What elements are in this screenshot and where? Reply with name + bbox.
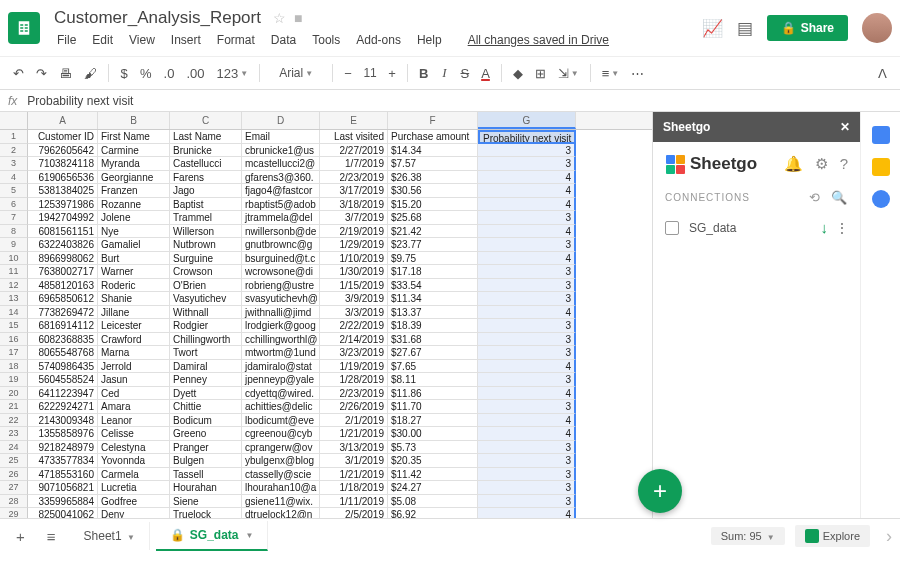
cell[interactable]: Twort — [170, 346, 242, 360]
cell[interactable]: $18.39 — [388, 319, 478, 333]
cell[interactable]: 1942704992 — [28, 211, 98, 225]
save-status[interactable]: All changes saved in Drive — [461, 30, 616, 50]
cell[interactable]: Jago — [170, 184, 242, 198]
col-header-g[interactable]: G — [478, 112, 576, 129]
cell[interactable]: Jillane — [98, 306, 170, 320]
cell[interactable]: mcastellucci2@ — [242, 157, 320, 171]
cell[interactable]: 1355858976 — [28, 427, 98, 441]
cell[interactable]: svasyutichevh@ — [242, 292, 320, 306]
row-header[interactable]: 18 — [0, 360, 28, 374]
cell[interactable]: robrieng@ustre — [242, 279, 320, 293]
cell[interactable]: gsiene11@wix. — [242, 495, 320, 509]
row-header[interactable]: 1 — [0, 130, 28, 144]
cell[interactable]: 3 — [478, 441, 576, 455]
cell[interactable]: Trammel — [170, 211, 242, 225]
cell[interactable]: 1/10/2019 — [320, 252, 388, 266]
cell[interactable]: 9218248979 — [28, 441, 98, 455]
menu-insert[interactable]: Insert — [164, 30, 208, 50]
cell[interactable]: Email — [242, 130, 320, 144]
cell[interactable]: $13.37 — [388, 306, 478, 320]
row-header[interactable]: 3 — [0, 157, 28, 171]
cell[interactable]: 4 — [478, 414, 576, 428]
cell[interactable]: 3/9/2019 — [320, 292, 388, 306]
col-header-a[interactable]: A — [28, 112, 98, 129]
cell[interactable]: Last Name — [170, 130, 242, 144]
cell[interactable]: 1/21/2019 — [320, 427, 388, 441]
cell[interactable]: Crawford — [98, 333, 170, 347]
row-header[interactable]: 26 — [0, 468, 28, 482]
row-header[interactable]: 6 — [0, 198, 28, 212]
cell[interactable]: 4 — [478, 360, 576, 374]
cell[interactable]: 7638002717 — [28, 265, 98, 279]
cell[interactable]: 3 — [478, 333, 576, 347]
cell[interactable]: lhourahan10@a — [242, 481, 320, 495]
cell[interactable]: 1/30/2019 — [320, 265, 388, 279]
cell[interactable]: Amara — [98, 400, 170, 414]
cell[interactable]: jdamiralo@stat — [242, 360, 320, 374]
cell[interactable]: 3/23/2019 — [320, 346, 388, 360]
cell[interactable]: Franzen — [98, 184, 170, 198]
cell[interactable]: 3 — [478, 319, 576, 333]
cell[interactable]: 2/5/2019 — [320, 508, 388, 518]
cell[interactable]: $27.67 — [388, 346, 478, 360]
cell[interactable]: Probability next visit — [478, 130, 576, 144]
row-header[interactable]: 23 — [0, 427, 28, 441]
menu-edit[interactable]: Edit — [85, 30, 120, 50]
row-header[interactable]: 10 — [0, 252, 28, 266]
row-header[interactable]: 15 — [0, 319, 28, 333]
cell[interactable]: 2143009348 — [28, 414, 98, 428]
row-header[interactable]: 16 — [0, 333, 28, 347]
cell[interactable]: Dyett — [170, 387, 242, 401]
cell[interactable]: $14.34 — [388, 144, 478, 158]
row-header[interactable]: 4 — [0, 171, 28, 185]
more-formats-button[interactable]: 123▼ — [211, 62, 253, 85]
activity-icon[interactable]: 📈 — [702, 18, 723, 39]
cell[interactable]: cprangerw@ov — [242, 441, 320, 455]
cell[interactable]: Farens — [170, 171, 242, 185]
strike-button[interactable]: S — [456, 62, 475, 85]
cell[interactable]: $30.00 — [388, 427, 478, 441]
cell[interactable]: 5740986435 — [28, 360, 98, 374]
cell[interactable]: 3 — [478, 495, 576, 509]
cell[interactable]: Crowson — [170, 265, 242, 279]
cell[interactable]: 3 — [478, 454, 576, 468]
row-header[interactable]: 14 — [0, 306, 28, 320]
folder-icon[interactable]: ■ — [294, 10, 302, 26]
cell[interactable]: 3 — [478, 292, 576, 306]
cell[interactable]: Ced — [98, 387, 170, 401]
cell[interactable]: Godfree — [98, 495, 170, 509]
increase-decimal-button[interactable]: .00 — [181, 62, 209, 85]
cell[interactable]: Leanor — [98, 414, 170, 428]
cell[interactable]: Tassell — [170, 468, 242, 482]
row-header[interactable]: 20 — [0, 387, 28, 401]
cell[interactable]: Celestyna — [98, 441, 170, 455]
undo-button[interactable]: ↶ — [8, 62, 29, 85]
row-header[interactable]: 21 — [0, 400, 28, 414]
cell[interactable]: 4 — [478, 184, 576, 198]
cell[interactable]: $31.68 — [388, 333, 478, 347]
cell[interactable]: Warner — [98, 265, 170, 279]
connection-item[interactable]: SG_data ↓ ⋮ — [653, 209, 860, 246]
row-header[interactable]: 7 — [0, 211, 28, 225]
cell[interactable]: Nutbrown — [170, 238, 242, 252]
cell[interactable]: Vasyutichev — [170, 292, 242, 306]
cell[interactable]: Surguine — [170, 252, 242, 266]
cell[interactable]: $11.34 — [388, 292, 478, 306]
gear-icon[interactable]: ⚙ — [815, 155, 828, 173]
cell[interactable]: Deny — [98, 508, 170, 518]
more-tools-button[interactable]: ⋯ — [626, 62, 649, 85]
col-header-c[interactable]: C — [170, 112, 242, 129]
col-header-d[interactable]: D — [242, 112, 320, 129]
cell[interactable]: Roderic — [98, 279, 170, 293]
bold-button[interactable]: B — [414, 62, 433, 85]
cell[interactable]: 3 — [478, 346, 576, 360]
cell[interactable]: Withnall — [170, 306, 242, 320]
cell[interactable]: Georgianne — [98, 171, 170, 185]
cell[interactable]: gnutbrownc@g — [242, 238, 320, 252]
cell[interactable]: 1/19/2019 — [320, 360, 388, 374]
cell[interactable]: 2/22/2019 — [320, 319, 388, 333]
keep-icon[interactable] — [872, 158, 890, 176]
fill-color-button[interactable]: ◆ — [508, 62, 528, 85]
cell[interactable]: Celisse — [98, 427, 170, 441]
connection-checkbox[interactable] — [665, 221, 679, 235]
